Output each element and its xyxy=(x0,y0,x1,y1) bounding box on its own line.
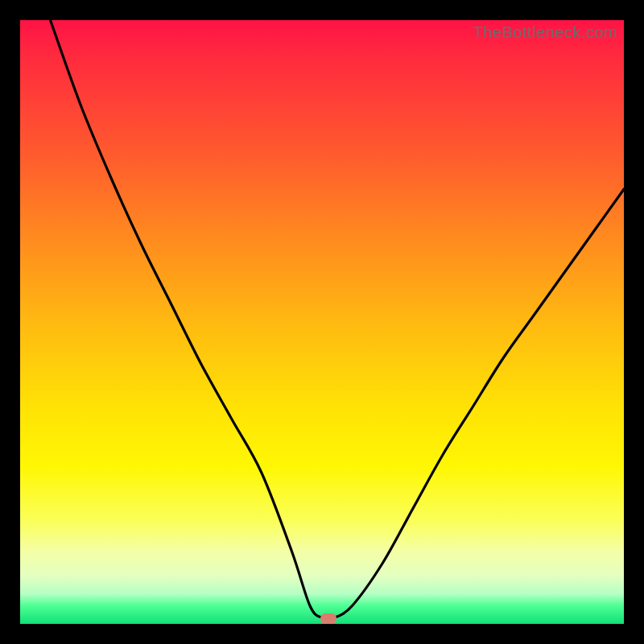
minimum-marker xyxy=(320,613,336,624)
chart-frame: TheBottleneck.com xyxy=(0,0,644,644)
plot-area: TheBottleneck.com xyxy=(20,20,624,624)
bottleneck-curve xyxy=(20,20,624,624)
